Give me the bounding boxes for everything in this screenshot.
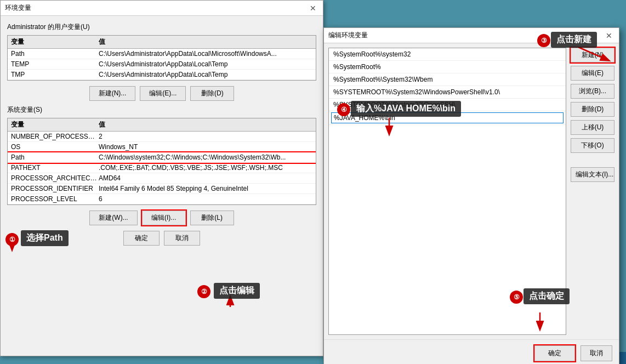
user-table-scroll: Path C:\Users\Administrator\AppData\Loca… bbox=[8, 49, 316, 80]
edit-dialog-bottom: 确定 取消 bbox=[324, 339, 619, 364]
env-variables-dialog: 环境变量 ✕ Administrator 的用户变量(U) 变量 值 Path … bbox=[0, 0, 323, 356]
annotation-5: ⑤ bbox=[510, 291, 523, 304]
annotation-4: ④ bbox=[337, 103, 350, 116]
sys-row-nop-value: 2 bbox=[99, 133, 312, 140]
annotation-label-select-path: 选择Path bbox=[21, 230, 69, 246]
sys-row-pathext[interactable]: PATHEXT .COM;.EXE;.BAT;.CMD;.VBS;.VBE;.J… bbox=[8, 163, 316, 173]
user-row-path-value: C:\Users\Administrator\AppData\Local\Mic… bbox=[99, 50, 312, 58]
user-new-button[interactable]: 新建(N)... bbox=[89, 86, 136, 101]
sys-row-proc-id-name: PROCESSOR_IDENTIFIER bbox=[11, 185, 99, 192]
system-header-value: 值 bbox=[99, 120, 312, 129]
user-row-temp[interactable]: TEMP C:\Users\Administrator\AppData\Loca… bbox=[8, 59, 316, 70]
env-cancel-button[interactable]: 取消 bbox=[164, 231, 200, 246]
sys-row-proc-level-name: PROCESSOR_LEVEL bbox=[11, 195, 99, 203]
annotation-label-input-java: 输入%JAVA HOME%\bin bbox=[351, 101, 461, 117]
user-row-temp-name: TEMP bbox=[11, 60, 99, 68]
edit-dialog-title: 编辑环境变量 bbox=[328, 31, 368, 40]
sys-row-os-name: OS bbox=[11, 143, 99, 151]
sys-row-path-name: Path bbox=[11, 153, 99, 161]
sys-row-path[interactable]: Path C:\Windows\system32;C:\Windows;C:\W… bbox=[8, 152, 316, 163]
env-dialog-close-button[interactable]: ✕ bbox=[308, 3, 318, 14]
system-variables-table: 变量 值 NUMBER_OF_PROCESSORS 2 OS Windows_N… bbox=[7, 118, 316, 205]
edit-browse-button[interactable]: 浏览(B)... bbox=[571, 84, 614, 99]
sys-row-nop[interactable]: NUMBER_OF_PROCESSORS 2 bbox=[8, 132, 316, 142]
user-header-name: 变量 bbox=[11, 37, 99, 47]
sys-delete-button[interactable]: 删除(L) bbox=[190, 211, 234, 225]
sys-row-proc-id-value: Intel64 Family 6 Model 85 Stepping 4, Ge… bbox=[99, 185, 312, 192]
edit-confirm-button[interactable]: 确定 bbox=[534, 345, 575, 361]
annotation-2: ② bbox=[197, 285, 210, 298]
sys-row-proc-level[interactable]: PROCESSOR_LEVEL 6 bbox=[8, 194, 316, 204]
edit-delete-button[interactable]: 删除(D) bbox=[571, 102, 614, 117]
user-btn-row: 新建(N)... 编辑(E)... 删除(D) bbox=[7, 86, 316, 101]
annotation-label-click-confirm: 点击确定 bbox=[523, 288, 570, 304]
system-btn-row: 新建(W)... 编辑(I)... 删除(L) bbox=[7, 211, 316, 225]
sys-row-os[interactable]: OS Windows_NT bbox=[8, 142, 316, 152]
sys-row-proc-arch-value: AMD64 bbox=[99, 174, 312, 182]
user-edit-button[interactable]: 编辑(E)... bbox=[140, 86, 186, 101]
sys-row-pathext-name: PATHEXT bbox=[11, 164, 99, 172]
system-table-header: 变量 值 bbox=[8, 118, 316, 132]
user-row-tmp-value: C:\Users\Administrator\AppData\Local\Tem… bbox=[99, 71, 312, 78]
path-item-3[interactable]: %SystemRoot%\System32\Wbem bbox=[329, 73, 566, 86]
sys-row-proc-id[interactable]: PROCESSOR_IDENTIFIER Intel64 Family 6 Mo… bbox=[8, 184, 316, 194]
system-header-name: 变量 bbox=[11, 120, 99, 129]
edit-movedown-button[interactable]: 下移(O) bbox=[571, 138, 614, 153]
user-row-path-name: Path bbox=[11, 50, 99, 58]
user-table-header: 变量 值 bbox=[8, 36, 316, 49]
edit-env-dialog: 编辑环境变量 ✕ %SystemRoot%\system32 %SystemRo… bbox=[323, 27, 619, 364]
sys-new-button[interactable]: 新建(W)... bbox=[89, 211, 137, 225]
sys-row-os-value: Windows_NT bbox=[99, 143, 312, 151]
edit-moveup-button[interactable]: 上移(U) bbox=[571, 120, 614, 135]
system-section-label: 系统变量(S) bbox=[7, 105, 316, 115]
annotation-1: ① bbox=[5, 233, 19, 246]
user-row-temp-value: C:\Users\Administrator\AppData\Local\Tem… bbox=[99, 60, 312, 68]
path-item-4[interactable]: %SYSTEMROOT%\System32\WindowsPowerShell\… bbox=[329, 86, 566, 99]
env-confirm-button[interactable]: 确定 bbox=[123, 231, 160, 246]
env-dialog-title: 环境变量 bbox=[5, 3, 31, 13]
user-header-value: 值 bbox=[99, 37, 312, 47]
edit-dialog-main: %SystemRoot%\system32 %SystemRoot% %Syst… bbox=[324, 43, 619, 339]
sys-row-nop-name: NUMBER_OF_PROCESSORS bbox=[11, 133, 99, 140]
path-item-2[interactable]: %SystemRoot% bbox=[329, 61, 566, 73]
edit-dialog-close-button[interactable]: ✕ bbox=[604, 30, 614, 41]
user-variables-table: 变量 值 Path C:\Users\Administrator\AppData… bbox=[7, 35, 316, 81]
annotation-label-click-new: 点击新建 bbox=[551, 32, 597, 48]
annotation-label-click-edit: 点击编辑 bbox=[214, 283, 260, 299]
edit-side-buttons: 新建(N) 编辑(E) 浏览(B)... 删除(D) 上移(U) 下移(O) 编… bbox=[571, 48, 614, 335]
user-row-tmp-name: TMP bbox=[11, 71, 99, 78]
env-dialog-content: Administrator 的用户变量(U) 变量 值 Path C:\User… bbox=[1, 16, 323, 252]
user-delete-button[interactable]: 删除(D) bbox=[190, 86, 234, 101]
sys-row-proc-arch[interactable]: PROCESSOR_ARCHITECT... AMD64 bbox=[8, 173, 316, 184]
user-section-label: Administrator 的用户变量(U) bbox=[7, 22, 316, 32]
edit-edittext-button[interactable]: 编辑文本(I)... bbox=[571, 167, 614, 182]
env-dialog-titlebar: 环境变量 ✕ bbox=[1, 1, 323, 16]
edit-cancel-button[interactable]: 取消 bbox=[581, 345, 612, 361]
sys-row-proc-arch-name: PROCESSOR_ARCHITECT... bbox=[11, 174, 99, 182]
edit-new-button[interactable]: 新建(N) bbox=[571, 48, 614, 62]
user-row-path[interactable]: Path C:\Users\Administrator\AppData\Loca… bbox=[8, 49, 316, 59]
path-item-1[interactable]: %SystemRoot%\system32 bbox=[329, 48, 566, 61]
user-row-tmp[interactable]: TMP C:\Users\Administrator\AppData\Local… bbox=[8, 70, 316, 80]
sys-edit-button[interactable]: 编辑(I)... bbox=[142, 211, 186, 225]
sys-row-proc-level-value: 6 bbox=[99, 195, 312, 203]
edit-edit-button[interactable]: 编辑(E) bbox=[571, 66, 614, 81]
system-table-scroll: NUMBER_OF_PROCESSORS 2 OS Windows_NT Pat… bbox=[8, 132, 316, 204]
sys-row-path-value: C:\Windows\system32;C:\Windows;C:\Window… bbox=[99, 153, 312, 161]
annotation-3: ③ bbox=[537, 34, 550, 47]
sys-row-pathext-value: .COM;.EXE;.BAT;.CMD;.VBS;.VBE;.JS;.JSE;.… bbox=[99, 164, 312, 172]
